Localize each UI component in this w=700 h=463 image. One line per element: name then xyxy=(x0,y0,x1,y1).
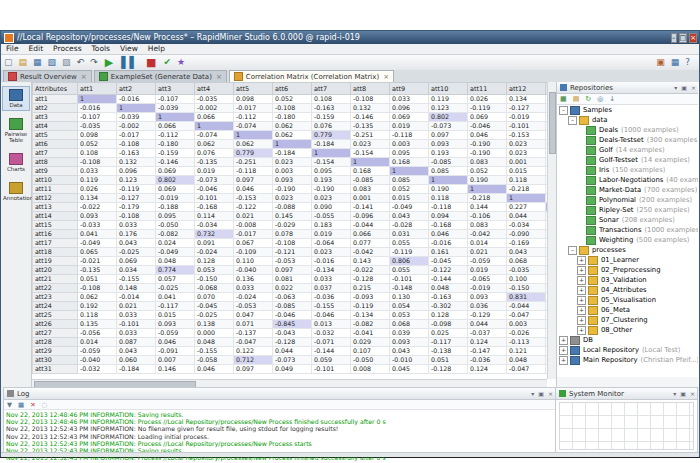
matrix-cell[interactable]: 0.023 xyxy=(312,194,351,203)
collapse-icon[interactable]: – xyxy=(568,246,577,255)
pause-button[interactable]: ▌▌ xyxy=(117,56,142,69)
matrix-cell[interactable]: -0.117 xyxy=(156,302,195,311)
matrix-cell[interactable]: -0.108 xyxy=(78,158,117,167)
matrix-cell[interactable]: 0.122 xyxy=(234,347,273,356)
matrix-cell[interactable]: 0.044 xyxy=(273,347,312,356)
maximize-button[interactable]: □ xyxy=(679,33,688,43)
column-header-attributes[interactable]: Attributes xyxy=(33,83,78,95)
column-header-att1[interactable]: att1 xyxy=(78,83,117,95)
matrix-cell[interactable]: -0.050 xyxy=(351,356,390,365)
matrix-cell[interactable]: 0.069 xyxy=(468,113,507,122)
matrix-cell[interactable]: -0.010 xyxy=(390,356,429,365)
matrix-cell[interactable]: 0.093 xyxy=(468,293,507,302)
matrix-cell[interactable]: 0.043 xyxy=(390,212,429,221)
matrix-cell[interactable]: -0.021 xyxy=(78,257,117,266)
expand-icon[interactable]: + xyxy=(577,256,586,265)
expand-icon[interactable]: + xyxy=(577,266,586,275)
matrix-cell[interactable]: 0.215 xyxy=(351,284,390,293)
matrix-cell[interactable]: -0.071 xyxy=(312,338,351,347)
system-monitor-header[interactable]: System Monitor ▾▣× xyxy=(556,388,697,400)
matrix-cell[interactable]: -0.039 xyxy=(117,113,156,122)
matrix-cell[interactable]: 1 xyxy=(468,185,507,194)
new-folder-icon[interactable]: ▤ xyxy=(570,95,583,104)
matrix-cell[interactable]: 0.048 xyxy=(156,257,195,266)
matrix-cell[interactable]: -0.101 xyxy=(312,365,351,374)
matrix-cell[interactable]: -0.055 xyxy=(312,212,351,221)
tree-item-local-repository[interactable]: +Local Repository(Local Test) xyxy=(557,345,698,355)
matrix-cell[interactable]: -0.141 xyxy=(351,203,390,212)
matrix-cell[interactable]: -0.218 xyxy=(507,185,546,194)
matrix-cell[interactable]: 0.183 xyxy=(312,221,351,230)
matrix-cell[interactable]: 0.051 xyxy=(78,275,117,284)
matrix-cell[interactable]: 0.026 xyxy=(78,185,117,194)
minimize-button[interactable]: – xyxy=(671,33,677,43)
matrix-cell[interactable]: -0.155 xyxy=(117,275,156,284)
matrix-cell[interactable]: 0.052 xyxy=(390,185,429,194)
matrix-cell[interactable]: -0.163 xyxy=(117,149,156,158)
matrix-cell[interactable]: 0.190 xyxy=(468,176,507,185)
matrix-cell[interactable]: -0.118 xyxy=(390,131,429,140)
matrix-cell[interactable]: -0.024 xyxy=(234,293,273,302)
matrix-cell[interactable]: 0.100 xyxy=(507,275,546,284)
matrix-cell[interactable]: 0.034 xyxy=(117,266,156,275)
matrix-cell[interactable]: -0.096 xyxy=(351,212,390,221)
matrix-cell[interactable]: 0.019 xyxy=(390,122,429,131)
column-header-att5[interactable]: att5 xyxy=(234,83,273,95)
matrix-cell[interactable]: 0.069 xyxy=(156,167,195,176)
matrix-cell[interactable]: 0.019 xyxy=(312,230,351,239)
matrix-cell[interactable]: -0.135 xyxy=(78,266,117,275)
menu-edit[interactable]: Edit xyxy=(24,44,49,54)
matrix-cell[interactable]: 0.130 xyxy=(390,293,429,302)
matrix-cell[interactable]: -0.040 xyxy=(234,266,273,275)
tab-3[interactable]: Correlation Matrix (Correlation Matrix)× xyxy=(229,70,394,82)
matrix-cell[interactable]: 0.037 xyxy=(312,284,351,293)
help-icon[interactable]: ? xyxy=(682,56,693,69)
tree-item-06-meta[interactable]: +06_Meta xyxy=(557,305,698,315)
matrix-cell[interactable]: 0.094 xyxy=(429,212,468,221)
sidebar-item-data[interactable]: Data xyxy=(2,86,30,111)
export-icon[interactable]: ▨ xyxy=(59,56,74,69)
matrix-cell[interactable]: 0.097 xyxy=(234,365,273,374)
matrix-cell[interactable]: 0.023 xyxy=(507,140,546,149)
sort-icon[interactable]: ↓ xyxy=(606,95,618,104)
matrix-cell[interactable]: -0.049 xyxy=(156,248,195,257)
matrix-cell[interactable]: -0.144 xyxy=(429,275,468,284)
matrix-cell[interactable]: 0.831 xyxy=(507,293,546,302)
matrix-cell[interactable]: -0.046 xyxy=(195,185,234,194)
matrix-cell[interactable]: 0.093 xyxy=(273,176,312,185)
column-header-att6[interactable]: att6 xyxy=(273,83,312,95)
matrix-cell[interactable]: 0.066 xyxy=(351,230,390,239)
matrix-cell[interactable]: 0.114 xyxy=(195,212,234,221)
matrix-cell[interactable]: 0.069 xyxy=(156,185,195,194)
matrix-cell[interactable]: -0.022 xyxy=(351,266,390,275)
matrix-cell[interactable]: 0.023 xyxy=(273,194,312,203)
matrix-cell[interactable]: -0.090 xyxy=(507,230,546,239)
matrix-cell[interactable]: -0.112 xyxy=(234,113,273,122)
matrix-cell[interactable]: 0.025 xyxy=(429,329,468,338)
matrix-cell[interactable]: -0.109 xyxy=(234,248,273,257)
matrix-cell[interactable]: 0.033 xyxy=(117,311,156,320)
matrix-cell[interactable]: -0.108 xyxy=(273,239,312,248)
repositories-panel-header[interactable]: Repositories ▾▣× xyxy=(557,82,698,94)
expand-icon[interactable]: + xyxy=(577,316,586,325)
matrix-cell[interactable]: 0.071 xyxy=(234,320,273,329)
matrix-cell[interactable]: 0.023 xyxy=(273,158,312,167)
tree-item-04-attributes[interactable]: +04_Attributes xyxy=(557,285,698,295)
search-log-icon[interactable]: ◌ xyxy=(39,401,51,409)
matrix-cell[interactable]: 0.057 xyxy=(156,275,195,284)
matrix-cell[interactable]: -0.073 xyxy=(429,122,468,131)
sidebar-item-charts[interactable]: Charts xyxy=(2,150,30,175)
matrix-cell[interactable]: 0.076 xyxy=(195,149,234,158)
matrix-cell[interactable]: -0.108 xyxy=(351,95,390,104)
matrix-cell[interactable]: 0.069 xyxy=(390,113,429,122)
tree-item-db[interactable]: +DB xyxy=(557,335,698,345)
matrix-cell[interactable]: -0.101 xyxy=(117,320,156,329)
matrix-cell[interactable]: -0.163 xyxy=(312,104,351,113)
matrix-cell[interactable]: 0.176 xyxy=(117,230,156,239)
expand-icon[interactable]: + xyxy=(577,296,586,305)
matrix-cell[interactable]: 0.124 xyxy=(468,338,507,347)
vertical-scrollbar-thumb[interactable] xyxy=(549,92,556,154)
tree-item-processes[interactable]: –processes xyxy=(557,245,698,255)
tree-item-market-data[interactable]: Market-Data(700 examples) xyxy=(557,185,698,195)
save-process-icon[interactable]: ▦ xyxy=(30,56,45,69)
